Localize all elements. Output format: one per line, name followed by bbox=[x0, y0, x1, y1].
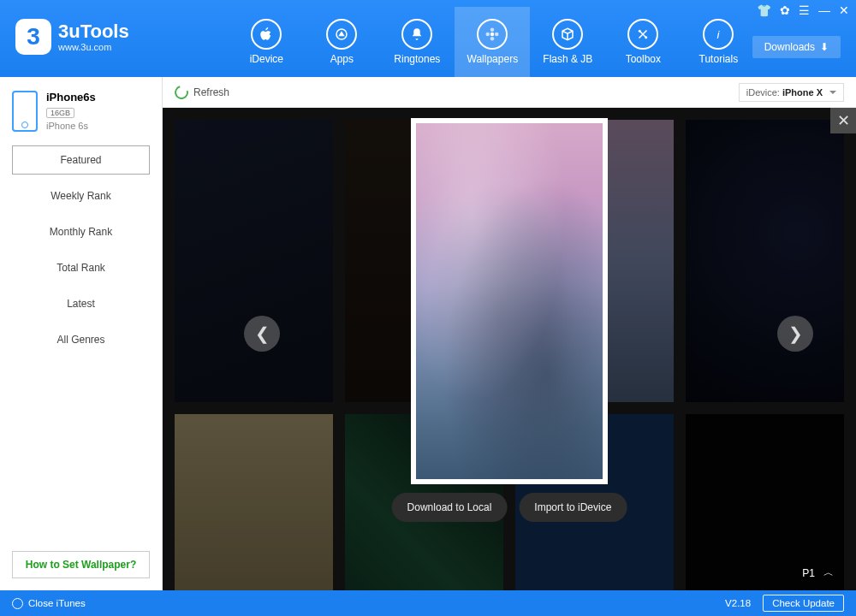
box-icon bbox=[552, 19, 583, 50]
brand-subtitle: www.3u.com bbox=[58, 42, 129, 52]
sidebar: iPhone6s 16GB iPhone 6s Featured Weekly … bbox=[0, 77, 163, 590]
apps-icon bbox=[326, 19, 357, 50]
category-weekly-rank[interactable]: Weekly Rank bbox=[12, 181, 150, 210]
download-icon: ⬇ bbox=[820, 41, 829, 53]
nav-idevice[interactable]: iDevice bbox=[229, 7, 304, 77]
close-icon[interactable]: ✕ bbox=[839, 3, 849, 17]
download-to-local-button[interactable]: Download to Local bbox=[392, 493, 508, 522]
circle-icon bbox=[12, 598, 23, 609]
svg-point-3 bbox=[490, 37, 495, 41]
svg-point-1 bbox=[490, 33, 495, 37]
svg-point-4 bbox=[486, 33, 490, 37]
preview-prev-button[interactable]: ❮ bbox=[244, 316, 280, 352]
preview-close-button[interactable]: ✕ bbox=[830, 108, 856, 133]
device-name: iPhone6s bbox=[46, 91, 96, 104]
category-latest[interactable]: Latest bbox=[12, 289, 150, 318]
pager-label: P1 bbox=[802, 567, 815, 579]
status-bar: Close iTunes V2.18 Check Update bbox=[0, 590, 856, 616]
wallpaper-preview bbox=[411, 118, 608, 484]
howto-link[interactable]: How to Set Wallpaper? bbox=[12, 551, 150, 578]
brand: 3 3uTools www.3u.com bbox=[0, 0, 129, 55]
device-model: iPhone 6s bbox=[46, 121, 96, 131]
refresh-button[interactable]: Refresh bbox=[175, 86, 229, 99]
downloads-button[interactable]: Downloads ⬇ bbox=[752, 36, 841, 58]
preview-next-button[interactable]: ❯ bbox=[777, 316, 813, 352]
brand-badge-icon: 3 bbox=[15, 19, 51, 55]
nav-tutorials[interactable]: iTutorials bbox=[681, 7, 756, 77]
info-icon: i bbox=[703, 19, 734, 50]
nav-toolbox[interactable]: Toolbox bbox=[605, 7, 681, 77]
main-content: Refresh iDevice: iPhone X ✕ ❮ ❯ Download… bbox=[163, 77, 856, 590]
pager: P1 ︿ bbox=[802, 566, 834, 580]
tshirt-icon[interactable]: 👕 bbox=[757, 3, 771, 17]
preview-image bbox=[416, 123, 603, 479]
check-update-button[interactable]: Check Update bbox=[763, 595, 844, 612]
brand-title: 3uTools bbox=[58, 21, 129, 42]
version-label: V2.18 bbox=[725, 598, 751, 608]
nav-flash-jb[interactable]: Flash & JB bbox=[530, 7, 605, 77]
nav-ringtones[interactable]: Ringtones bbox=[379, 7, 455, 77]
toolbar: Refresh iDevice: iPhone X bbox=[163, 77, 856, 108]
preview-actions: Download to Local Import to iDevice bbox=[392, 493, 627, 522]
settings-icon[interactable]: ✿ bbox=[780, 3, 790, 17]
svg-point-2 bbox=[490, 28, 495, 33]
apple-icon bbox=[251, 19, 282, 50]
svg-point-7 bbox=[645, 36, 648, 38]
category-total-rank[interactable]: Total Rank bbox=[12, 253, 150, 282]
tools-icon bbox=[627, 19, 658, 50]
bell-icon bbox=[401, 19, 432, 50]
import-to-idevice-button[interactable]: Import to iDevice bbox=[519, 493, 627, 522]
app-header: 3 3uTools www.3u.com iDevice Apps Ringto… bbox=[0, 0, 856, 77]
close-itunes-button[interactable]: Close iTunes bbox=[12, 598, 86, 609]
category-monthly-rank[interactable]: Monthly Rank bbox=[12, 217, 150, 246]
refresh-icon bbox=[172, 83, 191, 102]
minimize-icon[interactable]: — bbox=[818, 3, 830, 17]
device-capacity: 16GB bbox=[46, 108, 74, 118]
category-all-genres[interactable]: All Genres bbox=[12, 325, 150, 354]
svg-point-6 bbox=[639, 30, 641, 33]
category-featured[interactable]: Featured bbox=[12, 145, 150, 175]
nav-wallpapers[interactable]: Wallpapers bbox=[455, 7, 530, 77]
nav-apps[interactable]: Apps bbox=[304, 7, 379, 77]
connected-device[interactable]: iPhone6s 16GB iPhone 6s bbox=[12, 87, 150, 145]
flower-icon bbox=[477, 19, 508, 50]
window-controls: 👕 ✿ ☰ — ✕ bbox=[757, 3, 849, 17]
idevice-selector[interactable]: iDevice: iPhone X bbox=[739, 83, 844, 102]
svg-point-5 bbox=[495, 33, 499, 37]
main-nav: iDevice Apps Ringtones Wallpapers Flash … bbox=[129, 0, 856, 77]
menu-icon[interactable]: ☰ bbox=[799, 3, 810, 17]
pager-up-button[interactable]: ︿ bbox=[823, 566, 834, 580]
svg-text:i: i bbox=[717, 28, 721, 41]
phone-icon bbox=[12, 91, 38, 132]
